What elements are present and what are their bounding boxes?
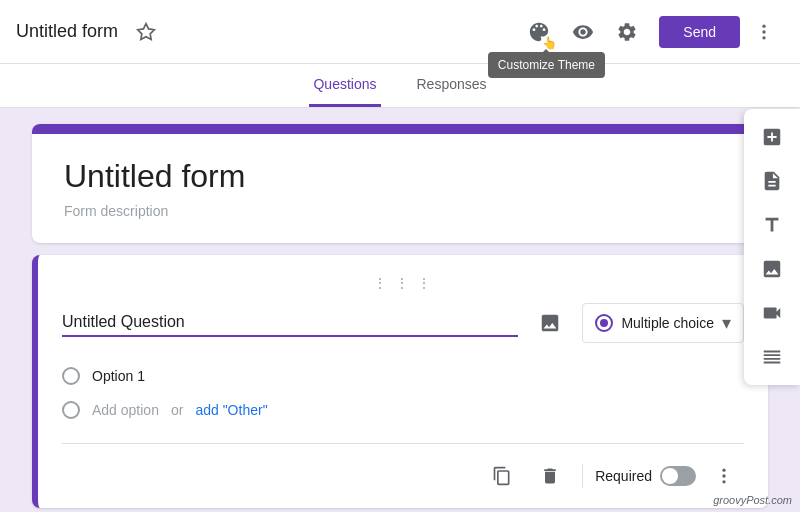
radio-empty-add-icon bbox=[62, 401, 80, 419]
option-row-1: Option 1 bbox=[62, 359, 744, 393]
import-questions-button[interactable] bbox=[752, 161, 792, 201]
header: Untitled form 👆 Send bbox=[0, 0, 800, 64]
send-button[interactable]: Send bbox=[659, 16, 740, 48]
more-options-button[interactable] bbox=[744, 12, 784, 52]
form-title-card: Untitled form Form description bbox=[32, 124, 768, 243]
svg-marker-0 bbox=[138, 23, 155, 39]
radio-empty-icon bbox=[62, 367, 80, 385]
or-label: or bbox=[171, 402, 183, 418]
add-option-label[interactable]: Add option bbox=[92, 402, 159, 418]
option-1-label[interactable]: Option 1 bbox=[92, 368, 145, 384]
drag-handle: ⋮ ⋮ ⋮ bbox=[62, 275, 744, 291]
add-section-button[interactable] bbox=[752, 337, 792, 377]
svg-point-5 bbox=[722, 474, 725, 477]
radio-type-icon bbox=[595, 314, 613, 332]
main-content: Untitled form Form description ⋮ ⋮ ⋮ Mul… bbox=[0, 108, 800, 511]
duplicate-button[interactable] bbox=[482, 456, 522, 496]
divider bbox=[582, 464, 583, 488]
add-option-row: Add option or add "Other" bbox=[62, 393, 744, 427]
add-question-button[interactable] bbox=[752, 117, 792, 157]
delete-button[interactable] bbox=[530, 456, 570, 496]
svg-point-3 bbox=[762, 36, 765, 39]
add-title-button[interactable] bbox=[752, 205, 792, 245]
add-image-button[interactable] bbox=[530, 303, 570, 343]
add-image-toolbar-button[interactable] bbox=[752, 249, 792, 289]
tabs-bar: Questions Responses bbox=[0, 64, 800, 108]
star-button[interactable] bbox=[126, 12, 166, 52]
header-actions: 👆 Send bbox=[519, 12, 784, 52]
customize-theme-button[interactable]: 👆 bbox=[519, 12, 559, 52]
app-title: Untitled form bbox=[16, 21, 118, 42]
form-description[interactable]: Form description bbox=[64, 203, 736, 219]
tab-questions[interactable]: Questions bbox=[309, 64, 380, 107]
question-input[interactable] bbox=[62, 309, 518, 337]
question-type-label: Multiple choice bbox=[621, 315, 714, 331]
dropdown-arrow-icon: ▾ bbox=[722, 312, 731, 334]
add-other-link[interactable]: add "Other" bbox=[195, 402, 267, 418]
right-toolbar bbox=[744, 109, 800, 385]
settings-button[interactable] bbox=[607, 12, 647, 52]
required-toggle[interactable] bbox=[660, 466, 696, 486]
watermark: groovyPost.com bbox=[713, 494, 792, 506]
question-card: ⋮ ⋮ ⋮ Multiple choice ▾ Option 1 Add opt… bbox=[32, 255, 768, 508]
add-video-button[interactable] bbox=[752, 293, 792, 333]
svg-point-2 bbox=[762, 30, 765, 33]
preview-button[interactable] bbox=[563, 12, 603, 52]
question-header: Multiple choice ▾ bbox=[62, 303, 744, 343]
required-label: Required bbox=[595, 468, 652, 484]
question-type-select[interactable]: Multiple choice ▾ bbox=[582, 303, 744, 343]
question-footer: Required bbox=[62, 443, 744, 508]
svg-point-4 bbox=[722, 469, 725, 472]
svg-point-1 bbox=[762, 24, 765, 27]
svg-point-6 bbox=[722, 480, 725, 483]
tab-responses[interactable]: Responses bbox=[413, 64, 491, 107]
customize-theme-tooltip: Customize Theme bbox=[488, 52, 605, 78]
more-question-options-button[interactable] bbox=[704, 456, 744, 496]
form-title[interactable]: Untitled form bbox=[64, 158, 736, 195]
